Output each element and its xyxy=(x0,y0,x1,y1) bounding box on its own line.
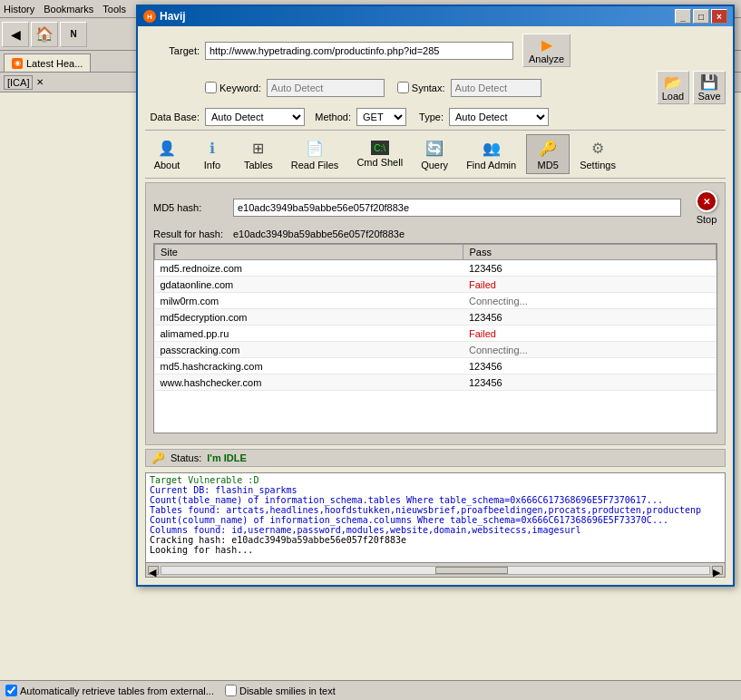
tab-label: Latest Hea... xyxy=(26,58,83,69)
minimize-button[interactable]: _ xyxy=(675,9,691,24)
save-icon: 💾 xyxy=(700,73,718,91)
save-button[interactable]: 💾 Save xyxy=(693,71,726,92)
keyword-label: Keyword: xyxy=(219,83,261,93)
keyword-input[interactable] xyxy=(267,79,385,93)
load-icon: 📂 xyxy=(664,73,682,91)
analyze-icon: ▶ xyxy=(541,36,552,53)
window-title: Havij xyxy=(160,10,186,23)
syntax-label: Syntax: xyxy=(412,83,445,93)
rss-tab[interactable]: ◉ Latest Hea... xyxy=(4,53,91,72)
sidebar-ica[interactable]: [ICA] xyxy=(4,75,33,90)
close-sidebar-icon[interactable]: ✕ xyxy=(36,77,44,87)
window-titlebar: H Havij _ □ × xyxy=(138,6,733,26)
current-tab-button[interactable]: N xyxy=(60,22,87,47)
home-button[interactable]: 🏠 xyxy=(31,22,58,47)
maximize-button[interactable]: □ xyxy=(693,9,709,24)
analyze-label: Analyze xyxy=(529,53,564,64)
keyword-checkbox-label[interactable]: Keyword: xyxy=(205,82,261,92)
rss-icon: ◉ xyxy=(12,58,23,69)
target-input[interactable] xyxy=(205,42,513,60)
app-icon: H xyxy=(143,10,156,23)
browser-menu-tools[interactable]: Tools xyxy=(102,4,126,15)
close-button[interactable]: × xyxy=(711,9,727,24)
syntax-input[interactable] xyxy=(451,79,541,93)
load-button[interactable]: 📂 Load xyxy=(657,71,689,92)
syntax-checkbox[interactable] xyxy=(397,82,409,92)
load-label: Load xyxy=(662,91,684,92)
keyword-checkbox[interactable] xyxy=(205,82,217,92)
browser-menu-bookmarks[interactable]: Bookmarks xyxy=(44,4,93,15)
analyze-button[interactable]: ▶ Analyze xyxy=(522,34,570,67)
syntax-checkbox-label[interactable]: Syntax: xyxy=(397,82,445,92)
back-button[interactable]: ◀ xyxy=(2,22,29,47)
save-label: Save xyxy=(697,91,720,92)
main-window: H Havij _ □ × Target: ▶ Analyze xyxy=(136,5,735,92)
browser-menu-history[interactable]: History xyxy=(4,4,34,15)
target-label: Target: xyxy=(145,45,200,56)
